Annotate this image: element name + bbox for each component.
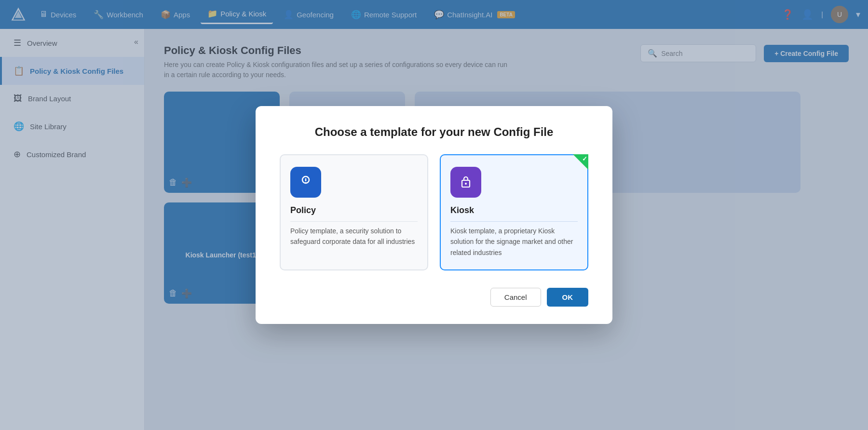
policy-template-icon bbox=[290, 167, 321, 198]
policy-template-name: Policy bbox=[290, 205, 418, 215]
kiosk-template-desc: Kiosk template, a proprietary Kiosk solu… bbox=[450, 226, 578, 258]
cancel-button[interactable]: Cancel bbox=[490, 288, 541, 307]
modal-title: Choose a template for your new Config Fi… bbox=[280, 125, 588, 139]
kiosk-template-card[interactable]: ✓ Kiosk Kiosk template, a proprietary Ki… bbox=[440, 154, 588, 270]
kiosk-template-icon bbox=[450, 167, 481, 198]
check-badge: ✓ bbox=[573, 154, 588, 170]
policy-template-desc: Policy template, a security solution to … bbox=[290, 226, 418, 247]
template-modal: Choose a template for your new Config Fi… bbox=[256, 106, 612, 324]
checkmark-icon: ✓ bbox=[582, 155, 587, 162]
template-cards-container: Policy Policy template, a security solut… bbox=[280, 154, 588, 270]
modal-overlay[interactable]: Choose a template for your new Config Fi… bbox=[0, 0, 868, 430]
ok-button[interactable]: OK bbox=[547, 288, 589, 307]
modal-actions: Cancel OK bbox=[280, 288, 588, 307]
policy-template-card[interactable]: Policy Policy template, a security solut… bbox=[280, 154, 428, 270]
kiosk-template-name: Kiosk bbox=[450, 205, 578, 215]
svg-point-7 bbox=[465, 183, 467, 185]
